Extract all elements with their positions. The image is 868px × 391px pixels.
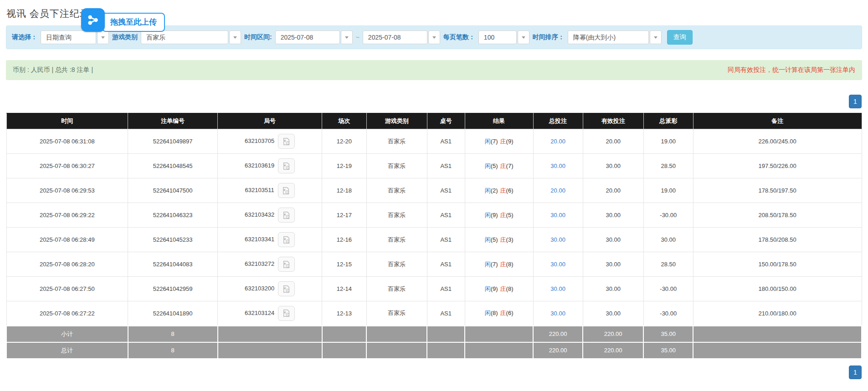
time-sort-select[interactable]: 降幂(由大到小)	[568, 30, 662, 44]
chevron-down-icon[interactable]	[518, 30, 529, 44]
chevron-down-icon[interactable]	[650, 30, 662, 44]
upload-hint-label: 拖拽至此上传	[102, 13, 165, 32]
player-result-label: 闲	[485, 162, 491, 169]
cell-bet-id: 522641046323	[128, 203, 218, 228]
cell-round-id: 632103200	[218, 277, 322, 301]
total-payout: 35.00	[643, 342, 693, 359]
cell-game-type: 百家乐	[366, 252, 427, 277]
banker-result-label: 庄	[500, 236, 506, 243]
game-type-label: 游戏类别	[112, 33, 138, 41]
cell-payout: 28.50	[643, 252, 693, 277]
subtotal-total-bet: 220.00	[533, 326, 583, 342]
table-row: 2025-07-08 06:29:22 522641046323 6321034…	[6, 203, 862, 228]
search-button[interactable]: 查询	[667, 30, 693, 45]
date-range-separator: ~	[356, 34, 360, 41]
cell-valid-bet: 30.00	[583, 301, 643, 326]
total-bet-link[interactable]: 20.00	[550, 138, 565, 145]
grand-total-row: 总计 8 220.00 220.00 35.00	[6, 342, 862, 359]
cell-time: 2025-07-08 06:29:53	[6, 178, 128, 203]
video-replay-button[interactable]	[278, 257, 295, 272]
cell-note: 197.50/226.00	[693, 154, 862, 178]
cell-session: 12-16	[322, 228, 367, 252]
player-result-label: 闲	[485, 212, 491, 218]
video-replay-button[interactable]	[278, 183, 295, 198]
page-size-value: 100	[478, 30, 517, 44]
cell-payout: 19.00	[643, 178, 693, 203]
subtotal-count: 8	[128, 326, 218, 342]
cell-time: 2025-07-08 06:28:49	[6, 228, 128, 252]
table-row: 2025-07-08 06:30:27 522641048545 6321036…	[6, 154, 862, 178]
pagination-bottom: 1	[6, 366, 862, 379]
cell-bet-id: 522641041890	[128, 301, 218, 326]
subtotal-label: 小计	[6, 326, 128, 342]
cell-session: 12-15	[322, 252, 367, 277]
total-total-bet: 220.00	[533, 342, 583, 359]
cell-table-no: AS1	[427, 178, 465, 203]
video-replay-button[interactable]	[278, 208, 295, 223]
total-bet-link[interactable]: 30.00	[550, 261, 565, 268]
total-bet-link[interactable]: 30.00	[550, 310, 565, 317]
cell-note: 178.50/208.50	[693, 228, 862, 252]
share-icon	[81, 8, 105, 32]
cell-bet-id: 522641047500	[128, 178, 218, 203]
cell-note: 178.50/197.50	[693, 178, 862, 203]
cell-valid-bet: 20.00	[583, 178, 643, 203]
chevron-down-icon[interactable]	[428, 30, 440, 44]
cell-note: 226.00/245.00	[693, 129, 862, 154]
chevron-down-icon[interactable]	[97, 30, 109, 44]
page-size-select[interactable]: 100	[478, 30, 529, 44]
cell-table-no: AS1	[427, 203, 465, 228]
video-replay-button[interactable]	[278, 306, 295, 321]
table-row: 2025-07-08 06:28:20 522641044083 6321032…	[6, 252, 862, 277]
page-1-button[interactable]: 1	[849, 95, 862, 108]
chevron-down-icon[interactable]	[341, 30, 353, 44]
cell-note: 210.00/180.00	[693, 301, 862, 326]
date-from-select[interactable]: 2025-07-08	[275, 30, 353, 44]
cell-total-bet: 20.00	[533, 129, 583, 154]
cell-total-bet: 30.00	[533, 154, 583, 178]
total-bet-link[interactable]: 30.00	[550, 236, 565, 243]
cell-result: 闲(7)庄(8)	[465, 252, 533, 277]
cell-time: 2025-07-08 06:31:08	[6, 129, 128, 154]
chevron-down-icon[interactable]	[229, 30, 241, 44]
cell-time: 2025-07-08 06:27:22	[6, 301, 128, 326]
cell-table-no: AS1	[427, 228, 465, 252]
header-bet-id: 注单编号	[128, 113, 218, 129]
cell-table-no: AS1	[427, 252, 465, 277]
player-result-label: 闲	[485, 310, 491, 316]
cell-valid-bet: 30.00	[583, 277, 643, 301]
player-result-label: 闲	[485, 285, 491, 292]
cell-game-type: 百家乐	[366, 301, 427, 326]
cell-payout: -30.00	[643, 277, 693, 301]
total-bet-link[interactable]: 30.00	[550, 162, 565, 169]
cell-game-type: 百家乐	[366, 178, 427, 203]
total-bet-link[interactable]: 30.00	[550, 285, 565, 292]
header-game-type: 游戏类别	[366, 113, 427, 129]
video-replay-icon	[282, 236, 291, 244]
cell-table-no: AS1	[427, 277, 465, 301]
page-1-button[interactable]: 1	[849, 366, 862, 379]
video-replay-button[interactable]	[278, 134, 295, 149]
cell-round-id: 632103124	[218, 301, 322, 326]
game-type-select[interactable]: 百家乐	[141, 30, 241, 44]
video-replay-icon	[282, 260, 291, 269]
banker-result-label: 庄	[500, 310, 506, 316]
cell-total-bet: 20.00	[533, 178, 583, 203]
table-row: 2025-07-08 06:27:50 522641042959 6321032…	[6, 277, 862, 301]
total-bet-link[interactable]: 30.00	[550, 212, 565, 218]
cell-game-type: 百家乐	[366, 203, 427, 228]
banker-result-label: 庄	[500, 261, 506, 268]
video-replay-icon	[282, 187, 291, 195]
video-replay-button[interactable]	[278, 281, 295, 296]
banker-result-label: 庄	[500, 138, 506, 145]
cell-table-no: AS1	[427, 129, 465, 154]
cell-valid-bet: 30.00	[583, 154, 643, 178]
video-replay-button[interactable]	[278, 232, 295, 247]
time-sort-value: 降幂(由大到小)	[568, 30, 649, 44]
drag-upload-overlay[interactable]: 拖拽至此上传	[81, 8, 165, 32]
query-type-select[interactable]: 日期查询	[41, 30, 109, 44]
date-to-select[interactable]: 2025-07-08	[363, 30, 440, 44]
total-bet-link[interactable]: 20.00	[550, 187, 565, 194]
video-replay-button[interactable]	[278, 158, 295, 173]
header-session: 场次	[322, 113, 367, 129]
